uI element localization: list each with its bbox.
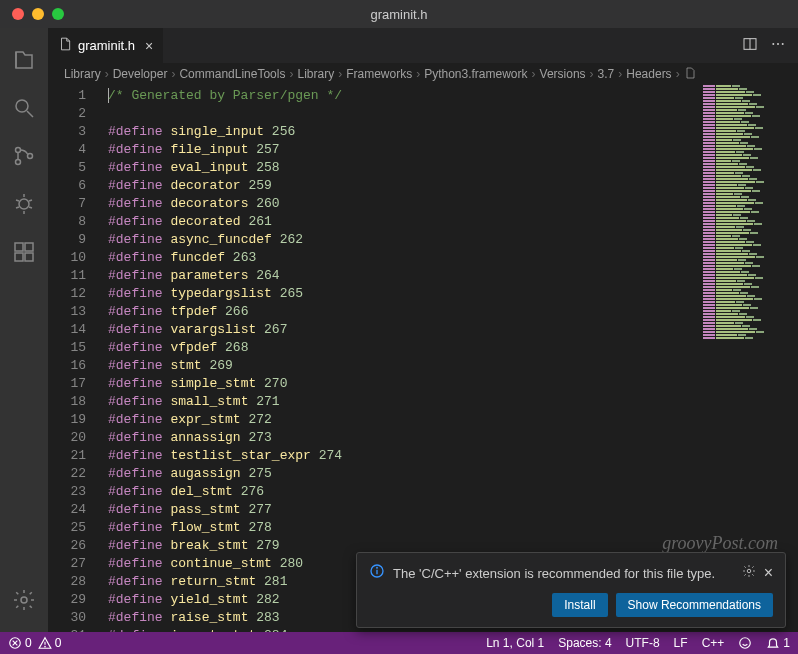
gear-icon[interactable] <box>742 564 756 582</box>
code-line[interactable]: #define testlist_star_expr 274 <box>108 447 798 465</box>
code-line[interactable]: #define decorated 261 <box>108 213 798 231</box>
code-line[interactable] <box>108 105 798 123</box>
svg-point-31 <box>740 638 751 649</box>
code-line[interactable]: #define augassign 275 <box>108 465 798 483</box>
cursor-position-status[interactable]: Ln 1, Col 1 <box>486 636 544 650</box>
code-line[interactable]: #define flow_stmt 278 <box>108 519 798 537</box>
show-recommendations-button[interactable]: Show Recommendations <box>616 593 773 617</box>
line-number: 21 <box>48 447 86 465</box>
notifications-status[interactable]: 1 <box>766 636 790 650</box>
line-number: 19 <box>48 411 86 429</box>
line-number: 23 <box>48 483 86 501</box>
code-line[interactable]: #define eval_input 258 <box>108 159 798 177</box>
breadcrumb-item[interactable]: Library <box>64 67 101 81</box>
split-editor-icon[interactable] <box>742 36 758 56</box>
code-line[interactable]: #define varargslist 267 <box>108 321 798 339</box>
close-icon[interactable]: × <box>764 564 773 582</box>
code-line[interactable]: #define parameters 264 <box>108 267 798 285</box>
code-line[interactable]: #define funcdef 263 <box>108 249 798 267</box>
svg-rect-14 <box>25 253 33 261</box>
chevron-right-icon: › <box>590 67 594 81</box>
line-number: 30 <box>48 609 86 627</box>
breadcrumb-item[interactable]: CommandLineTools <box>179 67 285 81</box>
line-number: 5 <box>48 159 86 177</box>
code-line[interactable]: #define async_funcdef 262 <box>108 231 798 249</box>
line-number: 10 <box>48 249 86 267</box>
warnings-status[interactable]: 0 <box>38 636 62 650</box>
notification-message: The 'C/C++' extension is recommended for… <box>393 566 734 581</box>
code-line[interactable]: #define pass_stmt 277 <box>108 501 798 519</box>
svg-point-30 <box>44 646 45 647</box>
breadcrumb-item[interactable]: Frameworks <box>346 67 412 81</box>
breadcrumb-item[interactable]: Versions <box>540 67 586 81</box>
line-number: 12 <box>48 285 86 303</box>
line-number: 6 <box>48 177 86 195</box>
breadcrumb-item[interactable]: Python3.framework <box>424 67 527 81</box>
line-number: 2 <box>48 105 86 123</box>
explorer-icon[interactable] <box>0 36 48 84</box>
errors-status[interactable]: 0 <box>8 636 32 650</box>
breadcrumb-item[interactable]: Developer <box>113 67 168 81</box>
close-window-button[interactable] <box>12 8 24 20</box>
source-control-icon[interactable] <box>0 132 48 180</box>
svg-point-21 <box>782 43 784 45</box>
breadcrumb-item[interactable]: Library <box>297 67 334 81</box>
line-number: 1 <box>48 87 86 105</box>
code-line[interactable]: #define del_stmt 276 <box>108 483 798 501</box>
line-number: 29 <box>48 591 86 609</box>
debug-icon[interactable] <box>0 180 48 228</box>
minimize-window-button[interactable] <box>32 8 44 20</box>
code-line[interactable]: #define vfpdef 268 <box>108 339 798 357</box>
code-line[interactable]: #define simple_stmt 270 <box>108 375 798 393</box>
chevron-right-icon: › <box>171 67 175 81</box>
tab-graminit[interactable]: graminit.h × <box>48 28 164 63</box>
code-line[interactable]: #define annassign 273 <box>108 429 798 447</box>
line-number: 22 <box>48 465 86 483</box>
code-content[interactable]: /* Generated by Parser/pgen */#define si… <box>98 85 798 632</box>
svg-line-9 <box>29 200 32 201</box>
line-number: 7 <box>48 195 86 213</box>
code-editor[interactable]: 1234567891011121314151617181920212223242… <box>48 85 798 632</box>
minimap[interactable] <box>703 85 788 345</box>
chevron-right-icon: › <box>105 67 109 81</box>
code-line[interactable]: #define small_stmt 271 <box>108 393 798 411</box>
code-line[interactable]: #define file_input 257 <box>108 141 798 159</box>
language-mode-status[interactable]: C++ <box>702 636 725 650</box>
feedback-icon[interactable] <box>738 636 752 650</box>
extensions-icon[interactable] <box>0 228 48 276</box>
maximize-window-button[interactable] <box>52 8 64 20</box>
code-line[interactable]: #define typedargslist 265 <box>108 285 798 303</box>
svg-point-5 <box>19 199 29 209</box>
svg-rect-13 <box>15 253 23 261</box>
svg-point-16 <box>21 597 27 603</box>
svg-point-19 <box>772 43 774 45</box>
breadcrumbs[interactable]: Library › Developer › CommandLineTools ›… <box>48 63 798 85</box>
close-icon[interactable]: × <box>145 38 153 54</box>
breadcrumb-item[interactable]: 3.7 <box>598 67 615 81</box>
titlebar: graminit.h <box>0 0 798 28</box>
breadcrumb-item[interactable]: Headers <box>626 67 671 81</box>
svg-point-2 <box>16 148 21 153</box>
file-icon <box>58 37 72 54</box>
svg-point-24 <box>377 567 378 568</box>
indentation-status[interactable]: Spaces: 4 <box>558 636 611 650</box>
encoding-status[interactable]: UTF-8 <box>626 636 660 650</box>
line-number: 15 <box>48 339 86 357</box>
code-line[interactable]: #define decorators 260 <box>108 195 798 213</box>
line-number: 26 <box>48 537 86 555</box>
line-numbers: 1234567891011121314151617181920212223242… <box>48 85 98 632</box>
settings-gear-icon[interactable] <box>0 576 48 624</box>
code-line[interactable]: #define decorator 259 <box>108 177 798 195</box>
code-line[interactable]: #define single_input 256 <box>108 123 798 141</box>
svg-line-11 <box>29 207 32 208</box>
code-line[interactable]: #define stmt 269 <box>108 357 798 375</box>
search-icon[interactable] <box>0 84 48 132</box>
file-icon <box>684 67 696 82</box>
code-line[interactable]: #define tfpdef 266 <box>108 303 798 321</box>
eol-status[interactable]: LF <box>674 636 688 650</box>
chevron-right-icon: › <box>532 67 536 81</box>
code-line[interactable]: #define expr_stmt 272 <box>108 411 798 429</box>
code-line[interactable]: /* Generated by Parser/pgen */ <box>108 87 798 105</box>
more-actions-icon[interactable] <box>770 36 786 56</box>
install-button[interactable]: Install <box>552 593 607 617</box>
